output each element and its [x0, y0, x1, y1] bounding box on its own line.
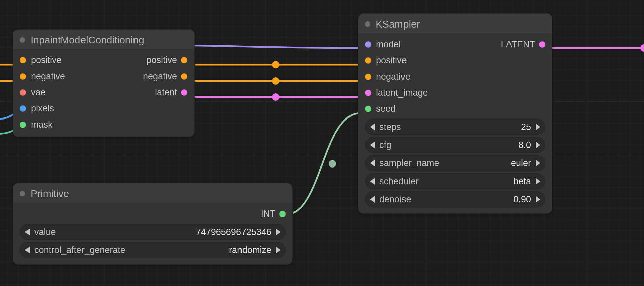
widget-scheduler[interactable]: scheduler beta: [365, 173, 545, 189]
node-inpaint-model-conditioning[interactable]: InpaintModelConditioning positive positi…: [13, 29, 195, 137]
chevron-right-icon[interactable]: [536, 124, 540, 130]
node-header[interactable]: KSampler: [358, 14, 552, 34]
widget-label: value: [34, 227, 56, 237]
input-label: pixels: [31, 103, 54, 114]
widget-control-after-generate[interactable]: control_after_generate randomize: [20, 242, 286, 258]
port-icon[interactable]: [20, 89, 26, 96]
node-header[interactable]: InpaintModelConditioning: [13, 30, 194, 49]
port-icon[interactable]: [365, 90, 371, 96]
input-label: negative: [31, 71, 65, 82]
port-icon[interactable]: [181, 73, 187, 80]
output-label: positive: [146, 55, 177, 65]
chevron-left-icon[interactable]: [370, 196, 375, 203]
port-icon[interactable]: [279, 211, 286, 217]
chevron-right-icon[interactable]: [276, 229, 281, 235]
input-label: model: [376, 39, 401, 50]
output-label: INT: [261, 209, 276, 219]
chevron-right-icon[interactable]: [536, 160, 540, 166]
widget-label: denoise: [379, 194, 411, 205]
node-header[interactable]: Primitive: [13, 183, 292, 203]
port-icon[interactable]: [365, 74, 371, 80]
output-positive[interactable]: positive: [146, 55, 187, 65]
input-positive[interactable]: positive: [365, 55, 407, 66]
node-title: InpaintModelConditioning: [31, 34, 144, 46]
output-label: negative: [143, 71, 177, 82]
chevron-left-icon[interactable]: [370, 178, 375, 185]
widget-value[interactable]: value 747965696725346: [20, 224, 286, 240]
input-label: negative: [376, 72, 410, 82]
collapse-dot-icon[interactable]: [20, 191, 25, 196]
port-icon[interactable]: [20, 57, 26, 63]
widget-value[interactable]: beta: [423, 176, 531, 187]
widget-value[interactable]: 0.90: [416, 194, 531, 205]
widget-label: cfg: [379, 140, 391, 150]
input-positive[interactable]: positive: [20, 55, 62, 65]
widget-label: scheduler: [379, 176, 419, 187]
input-label: positive: [376, 55, 407, 66]
widget-label: sampler_name: [379, 158, 439, 169]
chevron-right-icon[interactable]: [536, 178, 540, 185]
port-icon[interactable]: [365, 41, 371, 48]
output-latent[interactable]: latent: [155, 87, 187, 98]
collapse-dot-icon[interactable]: [365, 21, 370, 27]
input-label: seed: [376, 104, 396, 114]
output-int[interactable]: INT: [20, 209, 286, 219]
output-latent[interactable]: LATENT: [501, 39, 545, 50]
chevron-left-icon[interactable]: [370, 142, 375, 148]
chevron-left-icon[interactable]: [370, 160, 375, 166]
svg-point-2: [272, 93, 279, 101]
input-label: positive: [31, 55, 62, 65]
port-icon[interactable]: [20, 122, 26, 128]
node-title: Primitive: [31, 188, 69, 199]
input-negative[interactable]: negative: [365, 72, 410, 82]
port-icon[interactable]: [181, 57, 187, 63]
port-icon[interactable]: [181, 89, 187, 96]
port-icon[interactable]: [20, 105, 26, 112]
input-negative[interactable]: negative: [20, 71, 65, 82]
svg-point-3: [329, 160, 336, 168]
widget-value[interactable]: euler: [444, 158, 531, 169]
input-latent-image[interactable]: latent_image: [365, 88, 428, 98]
input-pixels[interactable]: pixels: [20, 103, 54, 114]
node-ksampler[interactable]: KSampler model LATENT positive: [358, 13, 552, 214]
svg-point-1: [272, 77, 279, 85]
widget-value[interactable]: randomize: [130, 245, 271, 255]
widget-label: control_after_generate: [34, 245, 125, 255]
output-label: LATENT: [501, 39, 535, 50]
chevron-left-icon[interactable]: [370, 124, 375, 130]
port-icon[interactable]: [20, 73, 26, 80]
chevron-right-icon[interactable]: [536, 196, 540, 203]
svg-point-4: [640, 44, 644, 52]
output-label: latent: [155, 87, 177, 98]
collapse-dot-icon[interactable]: [20, 37, 25, 43]
widget-value[interactable]: 747965696725346: [61, 227, 271, 237]
node-primitive[interactable]: Primitive INT value 747965696725346 cont…: [13, 183, 293, 265]
chevron-right-icon[interactable]: [276, 247, 281, 253]
input-label: vae: [31, 87, 46, 98]
chevron-left-icon[interactable]: [25, 247, 30, 253]
input-model[interactable]: model: [365, 39, 401, 50]
widget-value[interactable]: 8.0: [396, 140, 531, 150]
output-negative[interactable]: negative: [143, 71, 187, 82]
input-mask[interactable]: mask: [20, 120, 53, 130]
svg-point-0: [272, 61, 279, 68]
port-icon[interactable]: [539, 41, 545, 48]
widget-value[interactable]: 25: [406, 122, 531, 132]
chevron-right-icon[interactable]: [536, 142, 540, 148]
widget-label: steps: [379, 122, 401, 132]
port-icon[interactable]: [365, 57, 371, 64]
input-label: mask: [31, 120, 53, 130]
port-icon[interactable]: [365, 106, 371, 112]
node-title: KSampler: [376, 18, 420, 30]
widget-sampler-name[interactable]: sampler_name euler: [365, 155, 545, 171]
input-seed[interactable]: seed: [365, 104, 396, 114]
input-vae[interactable]: vae: [20, 87, 46, 98]
widget-cfg[interactable]: cfg 8.0: [365, 137, 545, 153]
widget-steps[interactable]: steps 25: [365, 119, 545, 135]
input-label: latent_image: [376, 88, 428, 98]
widget-denoise[interactable]: denoise 0.90: [365, 191, 545, 207]
chevron-left-icon[interactable]: [25, 229, 30, 235]
